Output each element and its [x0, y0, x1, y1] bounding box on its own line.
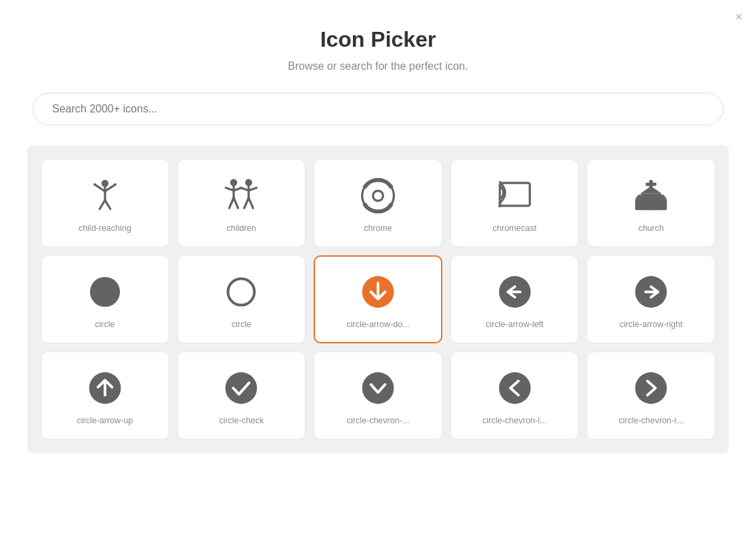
icon-label-circle-chevron-down: circle-chevron-...	[347, 415, 409, 426]
svg-point-32	[90, 277, 120, 307]
icon-cell-circle-outline[interactable]: circle	[177, 255, 306, 343]
svg-rect-26	[648, 201, 654, 210]
icon-label-chromecast: chromecast	[492, 223, 537, 234]
icons-grid: child-reaching	[41, 159, 715, 440]
circle-arrow-right-icon	[631, 272, 671, 312]
close-button[interactable]: ×	[735, 11, 742, 23]
icon-label-children: children	[227, 223, 257, 234]
circle-check-icon	[221, 368, 261, 408]
modal-title: Icon Picker	[27, 27, 729, 52]
svg-point-39	[362, 372, 394, 404]
circle-solid-icon	[85, 272, 125, 312]
icon-label-circle-chevron-right: circle-chevron-r...	[618, 415, 684, 426]
icon-label-circle-arrow-right: circle-arrow-right	[620, 319, 683, 330]
icon-cell-circle-arrow-left[interactable]: circle-arrow-left	[450, 255, 579, 343]
search-container	[27, 93, 729, 125]
chrome-icon	[358, 175, 398, 216]
circle-chevron-right-icon	[631, 368, 671, 408]
svg-line-16	[245, 198, 249, 208]
svg-point-40	[499, 372, 530, 404]
modal-header: Icon Picker Browse or search for the per…	[27, 27, 729, 72]
icon-label-child-reaching: child-reaching	[79, 223, 131, 234]
svg-line-15	[249, 188, 257, 190]
icon-label-church: church	[638, 223, 664, 234]
icon-label-circle-check: circle-check	[219, 415, 264, 426]
icon-cell-church[interactable]: church	[587, 159, 715, 247]
svg-point-22	[498, 205, 501, 208]
svg-point-38	[226, 372, 257, 404]
church-icon	[631, 175, 671, 216]
icon-cell-circle-check[interactable]: circle-check	[177, 351, 306, 440]
svg-rect-28	[659, 198, 667, 210]
modal-subtitle: Browse or search for the perfect icon.	[27, 60, 729, 72]
icon-label-circle-chevron-left: circle-chevron-l...	[482, 415, 547, 426]
icon-cell-circle-chevron-down[interactable]: circle-chevron-...	[314, 351, 442, 440]
circle-arrow-down-icon	[358, 272, 398, 312]
icon-cell-circle-chevron-left[interactable]: circle-chevron-l...	[450, 351, 579, 440]
chromecast-icon	[495, 175, 535, 216]
icon-cell-circle-solid[interactable]: circle	[41, 255, 169, 343]
child-reaching-icon	[85, 175, 125, 216]
circle-outline-icon	[221, 272, 261, 312]
svg-rect-24	[646, 183, 656, 186]
search-input[interactable]	[33, 93, 723, 125]
svg-marker-29	[641, 186, 662, 193]
icon-label-circle-arrow-up: circle-arrow-up	[77, 415, 133, 426]
icon-cell-chromecast[interactable]: chromecast	[450, 159, 579, 247]
circle-chevron-left-icon	[495, 368, 535, 408]
icon-label-chrome: chrome	[364, 223, 392, 234]
icon-label-circle-arrow-down: circle-arrow-do...	[346, 319, 409, 330]
icon-label-circle-outline: circle	[232, 319, 251, 330]
icon-picker-modal: × Icon Picker Browse or search for the p…	[0, 0, 756, 554]
circle-arrow-left-icon	[495, 272, 535, 312]
svg-point-20	[374, 192, 382, 200]
svg-rect-27	[635, 198, 644, 210]
icons-grid-container: child-reaching	[27, 146, 729, 453]
icon-cell-children[interactable]: children	[177, 159, 306, 247]
icon-cell-circle-arrow-up[interactable]: circle-arrow-up	[41, 351, 169, 440]
svg-line-4	[100, 200, 105, 209]
icon-cell-chrome[interactable]: chrome	[314, 159, 442, 247]
icon-cell-child-reaching[interactable]: child-reaching	[41, 159, 169, 247]
circle-chevron-down-icon	[358, 368, 398, 408]
circle-arrow-up-icon	[85, 368, 125, 408]
icon-cell-circle-chevron-right[interactable]: circle-chevron-r...	[587, 351, 715, 440]
children-icon	[221, 175, 261, 216]
icon-cell-circle-arrow-down[interactable]: circle-arrow-do...	[314, 255, 442, 343]
icon-label-circle-arrow-left: circle-arrow-left	[486, 319, 543, 330]
svg-point-33	[228, 278, 255, 305]
svg-line-11	[234, 198, 238, 208]
svg-line-10	[230, 198, 234, 208]
icon-label-circle-solid: circle	[95, 319, 114, 330]
icon-cell-circle-arrow-right[interactable]: circle-arrow-right	[587, 255, 715, 343]
svg-line-5	[105, 200, 110, 209]
svg-line-17	[249, 198, 253, 208]
svg-line-8	[226, 188, 234, 190]
svg-line-14	[241, 188, 249, 190]
svg-point-41	[635, 372, 667, 404]
